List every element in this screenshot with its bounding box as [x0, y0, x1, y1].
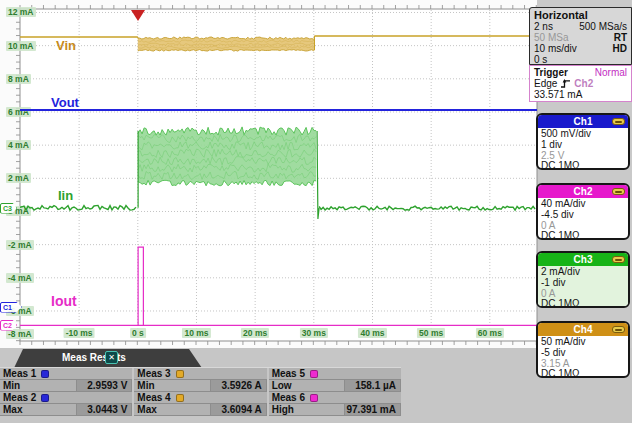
- rising-edge-icon: [560, 78, 571, 89]
- channel-color-icon: [41, 394, 49, 402]
- meas-value: 3.6094 A: [211, 404, 267, 415]
- y-axis-tick-label: 4 mA: [6, 140, 31, 150]
- y-axis-tick-label: 6 mA: [6, 107, 31, 117]
- trace-label-iin: Iin: [58, 188, 73, 203]
- y-axis-tick-label: 10 mA: [6, 41, 36, 51]
- hd-mode-badge: HD: [613, 43, 627, 54]
- horizontal-panel[interactable]: Horizontal 2 ns 500 MSa/s 50 MSa RT 10 m…: [529, 7, 632, 65]
- meas-group-3: Meas 5 Low158.1 µA Meas 6 High97.391 mA: [269, 368, 401, 416]
- channel-coupling: DC 1MΩ: [541, 231, 628, 240]
- channel-color-icon: [41, 370, 49, 378]
- meas-stat: Low: [269, 380, 346, 391]
- minimize-icon[interactable]: [612, 118, 625, 125]
- channel-panel-ch4[interactable]: Ch4 50 mA/div -5 div 3.15 A DC 1MΩ: [536, 321, 630, 378]
- trigger-position-marker[interactable]: [131, 10, 145, 21]
- channel-position: 1 div: [541, 140, 628, 151]
- meas-value: 97.391 mA: [345, 404, 401, 415]
- minimize-icon[interactable]: [612, 256, 625, 263]
- meas-label: Meas 3: [137, 368, 170, 379]
- meas-results-table: Meas 1 Min2.9593 V Meas 2 Max3.0443 V Me…: [0, 367, 401, 416]
- channel-panel-ch1[interactable]: Ch1 500 mV/div 1 div 2.5 V DC 1MΩ: [536, 113, 630, 170]
- meas-label: Meas 5: [272, 368, 305, 379]
- meas-stat: Max: [0, 404, 77, 415]
- channel-coupling: DC 1MΩ: [541, 369, 628, 378]
- channel-color-icon: [310, 370, 318, 378]
- effective-sample-rate: 50 MSa: [534, 32, 568, 43]
- meas-value: 158.1 µA: [345, 380, 401, 391]
- horizontal-position: 0 s: [534, 54, 547, 65]
- x-axis-tick-label: 60 ms: [476, 328, 504, 338]
- trace-label-iout: Iout: [51, 293, 77, 309]
- channel-panel-ch3[interactable]: Ch3 2 mA/div -1 div 0 A DC 1MΩ: [536, 251, 630, 308]
- channel-color-icon: [176, 394, 184, 402]
- x-axis-tick-label: 0 s: [130, 328, 146, 338]
- y-axis-tick-label: -2 mA: [6, 240, 34, 250]
- x-axis-tick-label: 40 ms: [358, 328, 386, 338]
- realtime-mode-badge: RT: [614, 32, 627, 43]
- trigger-level: 33.571 mA: [534, 89, 582, 100]
- meas-stat: High: [269, 404, 346, 415]
- meas-value: 3.5926 A: [211, 380, 267, 391]
- timebase-scale: 10 ms/div: [534, 43, 577, 54]
- trigger-panel[interactable]: Trigger Normal Edge Ch2 33.571 mA: [529, 65, 632, 102]
- y-axis-tick-label: 8 mA: [6, 74, 31, 84]
- trigger-mode: Normal: [595, 67, 627, 78]
- trigger-panel-title: Trigger: [534, 67, 568, 78]
- meas-label: Meas 6: [272, 392, 305, 403]
- y-axis-tick-label: 2 mA: [6, 173, 31, 183]
- trace-label-vout: Vout: [51, 95, 79, 110]
- meas-group-1: Meas 1 Min2.9593 V Meas 2 Max3.0443 V: [0, 368, 132, 416]
- minimize-icon[interactable]: [612, 188, 625, 195]
- x-axis-tick-label: -10 ms: [64, 328, 95, 338]
- meas-group-2: Meas 3 Min3.5926 A Meas 4 Max3.6094 A: [134, 368, 266, 416]
- meas-value: 2.9593 V: [77, 380, 133, 391]
- channel-position: -4.5 div: [541, 210, 628, 221]
- meas-label: Meas 4: [137, 392, 170, 403]
- channel-name: Ch2: [574, 186, 593, 197]
- x-axis-tick-label: 30 ms: [300, 328, 328, 338]
- channel-color-icon: [176, 370, 184, 378]
- x-axis-tick-label: 20 ms: [241, 328, 269, 338]
- close-icon[interactable]: ✕: [105, 351, 118, 364]
- meas-value: 3.0443 V: [77, 404, 133, 415]
- x-axis-tick-label: 50 ms: [417, 328, 445, 338]
- meas-stat: Max: [134, 404, 211, 415]
- meas-results-tab-bar: Meas Results ✕: [14, 349, 202, 368]
- trace-label-vin: Vin: [56, 38, 76, 53]
- trigger-type: Edge: [534, 78, 557, 89]
- horizontal-panel-title: Horizontal: [530, 9, 631, 21]
- channel-name: Ch1: [574, 116, 593, 127]
- sample-rate: 500 MSa/s: [579, 21, 627, 32]
- channel-color-icon: [310, 394, 318, 402]
- channel-coupling: DC 1MΩ: [541, 299, 628, 308]
- meas-label: Meas 1: [3, 368, 36, 379]
- channel-name: Ch4: [574, 324, 593, 335]
- meas-stat: Min: [134, 380, 211, 391]
- minimize-icon[interactable]: [612, 326, 625, 333]
- channel-position: -1 div: [541, 278, 628, 289]
- meas-label: Meas 2: [3, 392, 36, 403]
- trigger-source: Ch2: [574, 78, 593, 89]
- y-axis-tick-label: -4 mA: [6, 273, 34, 283]
- channel-coupling: DC 1MΩ: [541, 161, 628, 170]
- sample-interval: 2 ns: [534, 21, 553, 32]
- y-axis-tick-label: 12 mA: [6, 7, 36, 17]
- oscilloscope-screen: 12 mA10 mA8 mA6 mA4 mA2 mA0 mA-2 mA-4 mA…: [0, 0, 632, 423]
- x-axis-tick-label: 10 ms: [182, 328, 210, 338]
- channel-panel-ch2[interactable]: Ch2 40 mA/div -4.5 div 0 A DC 1MΩ: [536, 183, 630, 240]
- channel-name: Ch3: [574, 254, 593, 265]
- channel-position: -5 div: [541, 348, 628, 359]
- meas-stat: Min: [0, 380, 77, 391]
